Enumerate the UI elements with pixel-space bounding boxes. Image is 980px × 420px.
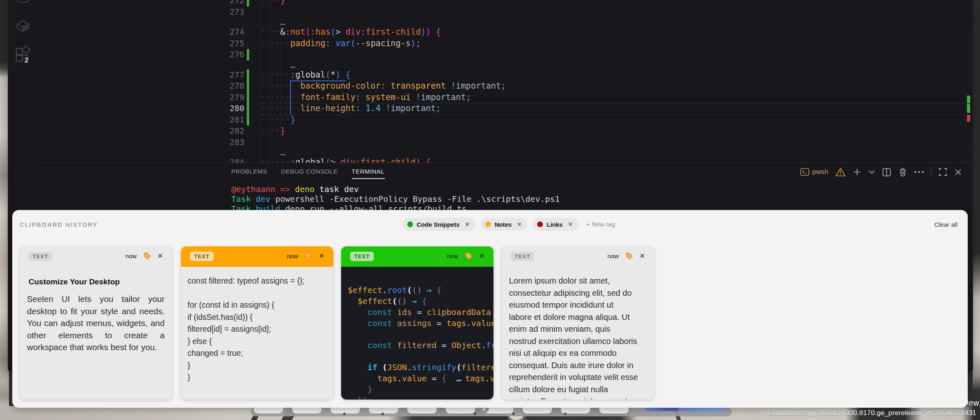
card-body: $effect.root(() ⇒ { $effect(() ⇒ { const… — [341, 267, 493, 400]
activity-bar-top-partial-icon[interactable] — [8, 0, 38, 3]
clipboard-history-title: CLIPBOARD HISTORY — [20, 221, 98, 228]
line-number: 278 — [196, 80, 244, 92]
code-line-278[interactable]: 278········background-color: transparent… — [38, 80, 973, 92]
card-tag-icon[interactable] — [465, 252, 473, 260]
split-terminal-icon[interactable] — [882, 168, 891, 177]
code-line-274[interactable]: 274····&:not(:has(> div:first-child)) { — [38, 27, 973, 38]
code-text: ········background-color: transparent !i… — [260, 80, 506, 92]
taskbar-running-indicator — [382, 413, 384, 415]
panel-tab-bar: PROBLEMSDEBUG CONSOLETERMINAL — [231, 168, 385, 179]
card-tag-icon[interactable] — [305, 252, 313, 260]
clipboard-card-2[interactable]: TEXTnow✕const filtered: typeof assigns =… — [181, 246, 333, 400]
line-number: 280 — [196, 103, 244, 114]
container-tools-icon[interactable] — [8, 18, 38, 34]
line-number: 277 — [196, 69, 244, 81]
line-number: 273 — [196, 7, 244, 18]
terminal-warning-icon[interactable] — [835, 168, 846, 176]
card-tag-icon[interactable] — [625, 252, 633, 260]
line-number: 274 — [196, 27, 244, 38]
fold-ellipsis[interactable]: … — [280, 18, 284, 27]
panel-tab-terminal[interactable]: TERMINAL — [352, 168, 385, 179]
terminal-output[interactable]: @eythaann => deno task devTask dev power… — [231, 184, 560, 214]
more-actions-icon[interactable] — [914, 171, 924, 173]
code-line-276[interactable]: 276 — [38, 49, 973, 60]
code-editor[interactable]: 272····}273…274····&:not(:has(> div:firs… — [38, 0, 973, 163]
overview-ruler-green-mark — [967, 104, 970, 113]
tag-filter-code-snippets[interactable]: Code Snippets✕ — [403, 218, 475, 231]
card-type-badge: TEXT — [190, 252, 214, 261]
code-text: ········font-family: system-ui !importan… — [260, 92, 471, 103]
remove-tag-icon[interactable]: ✕ — [568, 221, 573, 228]
folded-region-marker[interactable]: … — [38, 148, 973, 157]
card-title: Customize Your Desktop — [29, 277, 165, 286]
close-panel-icon[interactable] — [954, 168, 962, 176]
code-line-275[interactable]: 275······padding: var(--spacing-s); — [38, 38, 973, 49]
code-line-281[interactable]: 281······} — [38, 114, 973, 126]
line-number: 275 — [196, 38, 244, 49]
git-added-gutter-bar — [247, 114, 249, 126]
extensions-icon[interactable]: 2 — [8, 46, 38, 64]
line-number: 276 — [196, 49, 244, 60]
panel-actions-separator — [931, 168, 931, 176]
clipboard-card-3[interactable]: TEXTnow✕$effect.root(() ⇒ { $effect(() ⇒… — [341, 246, 493, 400]
overview-ruler-red-mark — [967, 115, 970, 122]
new-terminal-icon[interactable] — [853, 168, 862, 176]
card-body: const filtered: typeof assigns = {}; for… — [181, 267, 333, 400]
panel-tab-problems[interactable]: PROBLEMS — [231, 168, 267, 179]
pwsh-label: pwsh — [812, 168, 828, 176]
tag-filter-links[interactable]: Links✕ — [533, 218, 578, 231]
card-close-icon[interactable]: ✕ — [479, 252, 484, 260]
code-text: ····} — [260, 125, 285, 137]
clipboard-card-1[interactable]: TEXTnow✕Customize Your DesktopSeelen UI … — [20, 246, 172, 400]
code-line-282[interactable]: 282····} — [38, 125, 973, 137]
git-added-gutter-bar — [247, 0, 249, 7]
code-text: ········line-height: 1.4 !important; — [260, 103, 441, 114]
code-line-280[interactable]: 280········line-height: 1.4 !important; — [38, 103, 973, 114]
card-close-icon[interactable]: ✕ — [319, 252, 324, 260]
clipboard-card-4[interactable]: TEXTnow✕Lorem ipsum dolor sit amet, cons… — [502, 246, 654, 400]
folded-region-marker[interactable]: … — [38, 18, 973, 27]
clear-all-button[interactable]: Clear all — [934, 221, 958, 228]
git-added-gutter-bar — [247, 80, 249, 92]
taskbar-running-indicator — [474, 413, 476, 415]
code-line-273[interactable]: 273 — [38, 7, 973, 18]
code-line-279[interactable]: 279········font-family: system-ui !impor… — [38, 92, 973, 103]
card-close-icon[interactable]: ✕ — [158, 252, 163, 260]
tag-color-dot — [485, 221, 491, 227]
card-timestamp: now — [125, 252, 137, 259]
taskbar-running-indicator — [512, 413, 515, 415]
terminal-line: @eythaann => deno task dev — [231, 184, 560, 194]
code-line-277[interactable]: 277······:global(*) { — [38, 69, 973, 81]
code-line-283[interactable]: 283 — [38, 137, 973, 148]
tag-filter-notes[interactable]: Notes✕ — [481, 218, 527, 231]
taskbar-running-indicator — [564, 413, 567, 415]
fold-ellipsis[interactable]: … — [290, 60, 295, 69]
card-tag-icon[interactable] — [143, 252, 151, 260]
card-close-icon[interactable]: ✕ — [640, 252, 645, 260]
code-line-284[interactable]: 284······:global(> div:first-child) { — [38, 157, 973, 163]
code-line-272[interactable]: 272····} — [38, 0, 973, 7]
kill-terminal-trash-icon[interactable] — [898, 168, 907, 177]
remove-tag-icon[interactable]: ✕ — [517, 221, 522, 228]
card-timestamp: now — [607, 252, 619, 259]
card-header: TEXTnow✕ — [20, 246, 172, 267]
taskbar: 2 — [251, 407, 732, 416]
fold-ellipsis[interactable]: … — [280, 148, 284, 157]
terminal-line: Task dev powershell -ExecutionPolicy Byp… — [231, 194, 560, 204]
git-added-gutter-bar — [247, 103, 249, 114]
card-timestamp: now — [287, 252, 298, 259]
card-paragraph: Seelen UI lets you tailor your desktop t… — [27, 293, 165, 353]
new-tag-button[interactable]: + New tag — [586, 221, 615, 228]
folded-region-marker[interactable]: … — [38, 60, 973, 69]
card-timestamp: now — [447, 252, 458, 259]
terminal-dropdown-chevron-icon[interactable] — [868, 170, 875, 174]
extensions-badge: 2 — [25, 56, 28, 65]
code-text: ······:global(> div:first-child) { — [260, 157, 431, 163]
maximize-panel-icon[interactable] — [938, 168, 947, 176]
card-body: Customize Your DesktopSeelen UI lets you… — [20, 267, 172, 400]
card-body: Lorem ipsum dolor sit amet, consectetur … — [502, 267, 654, 400]
pwsh-terminal-item[interactable]: pwsh — [800, 167, 828, 177]
panel-tab-debug-console[interactable]: DEBUG CONSOLE — [281, 168, 338, 179]
remove-tag-icon[interactable]: ✕ — [465, 221, 470, 228]
clipboard-history-panel: CLIPBOARD HISTORY Code Snippets✕Notes✕Li… — [12, 210, 968, 408]
